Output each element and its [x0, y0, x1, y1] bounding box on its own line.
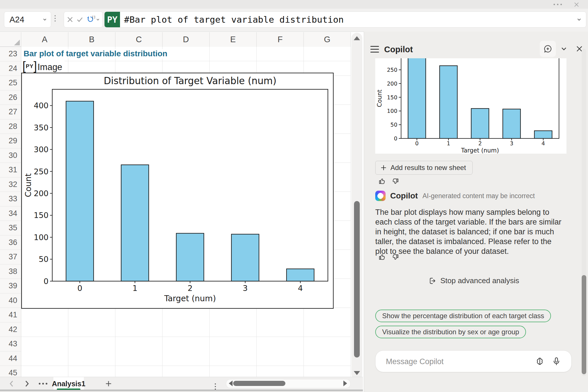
scroll-left-icon[interactable] — [229, 381, 233, 386]
svg-text:250: 250 — [387, 67, 397, 73]
copilot-mini-chart: 05010015020025030001234Target (num)Count — [375, 58, 566, 154]
cell-a24-python-image: [PY]Image — [22, 60, 65, 72]
column-header[interactable]: B — [68, 32, 115, 47]
row-header[interactable]: 28 — [0, 119, 21, 134]
svg-text:Count: Count — [24, 173, 33, 197]
add-results-button[interactable]: Add results to new sheet — [375, 161, 473, 175]
select-all-corner[interactable] — [0, 32, 21, 47]
thumbs-up-icon[interactable] — [378, 177, 386, 186]
column-header[interactable]: C — [115, 32, 163, 47]
scroll-right-icon[interactable] — [343, 381, 347, 386]
row-header[interactable]: 43 — [0, 337, 21, 352]
copilot-result-chart-card: 05010015020025030001234Target (num)Count — [375, 58, 566, 154]
column-headers: ABCDEFG — [21, 32, 351, 47]
svg-text:0: 0 — [77, 284, 82, 293]
svg-text:Distribution of Target Variabl: Distribution of Target Variable (num) — [104, 75, 276, 86]
feedback-row-1 — [378, 177, 400, 186]
row-header[interactable]: 42 — [0, 323, 21, 337]
row-header[interactable]: 34 — [0, 206, 21, 221]
svg-text:400: 400 — [34, 101, 49, 110]
column-header[interactable]: F — [257, 32, 304, 47]
svg-text:50: 50 — [39, 255, 49, 264]
row-header[interactable]: 26 — [0, 90, 21, 105]
thumbs-up-icon[interactable] — [378, 253, 386, 261]
new-chat-icon[interactable] — [540, 41, 556, 57]
copilot-collapse-icon[interactable] — [559, 44, 569, 54]
all-sheets-icon[interactable] — [37, 377, 49, 390]
column-header[interactable]: A — [21, 32, 68, 47]
name-box[interactable]: A24 — [4, 11, 51, 28]
copilot-panel-title: Copilot — [384, 45, 413, 54]
svg-text:50: 50 — [390, 121, 397, 128]
prev-sheet-icon[interactable] — [7, 377, 16, 390]
formula-input[interactable]: PY #Bar plot of target variable distribu… — [104, 11, 586, 28]
row-header[interactable]: 23 — [0, 47, 21, 61]
svg-text:200: 200 — [387, 80, 397, 87]
row-header[interactable]: 31 — [0, 163, 21, 177]
confirm-entry-icon[interactable] — [76, 16, 84, 23]
column-header[interactable]: E — [210, 32, 257, 47]
svg-text:0: 0 — [415, 140, 419, 146]
plus-icon — [380, 164, 387, 171]
copilot-message-text: The bar plot displays how many samples b… — [375, 207, 565, 256]
formula-controls: [] — [64, 11, 103, 28]
copilot-message-input[interactable] — [385, 351, 527, 372]
row-header[interactable]: 38 — [0, 264, 21, 279]
scroll-down-icon[interactable] — [354, 371, 360, 375]
formula-bar-expand-icon[interactable] — [576, 17, 582, 22]
row-header[interactable]: 29 — [0, 134, 21, 148]
copilot-scrollbar-thumb[interactable] — [582, 275, 586, 374]
row-headers: 2324252627282930313233343536373839404142… — [0, 47, 21, 377]
name-box-chevron-icon[interactable] — [42, 17, 47, 22]
row-header[interactable]: 24 — [0, 61, 21, 76]
row-header[interactable]: 45 — [0, 366, 21, 377]
svg-text:4: 4 — [541, 140, 545, 146]
suggestion-pill-2[interactable]: Visualize the distribution by sex or age… — [375, 326, 526, 338]
row-header[interactable]: 25 — [0, 76, 21, 90]
row-header[interactable]: 27 — [0, 105, 21, 119]
row-header[interactable]: 36 — [0, 235, 21, 250]
main-chart[interactable]: 05010015020025030035040001234Target (num… — [21, 73, 334, 309]
stop-advanced-analysis-button[interactable]: Stop advanced analysis — [375, 276, 572, 285]
excel-window: A24 [] PY #Bar plot o — [0, 0, 588, 392]
horizontal-scrollbar-thumb[interactable] — [233, 381, 285, 386]
window-close-icon[interactable] — [573, 1, 580, 8]
row-header[interactable]: 39 — [0, 279, 21, 293]
svg-text:3: 3 — [243, 284, 247, 293]
row-header[interactable]: 44 — [0, 352, 21, 366]
name-box-cell-ref: A24 — [9, 15, 24, 24]
thumbs-down-icon[interactable] — [391, 177, 400, 186]
thumbs-down-icon[interactable] — [391, 253, 400, 261]
row-header[interactable]: 30 — [0, 148, 21, 163]
svg-text:350: 350 — [34, 123, 49, 132]
suggestion-pill-1[interactable]: Show the percentage distribution of each… — [375, 310, 551, 322]
next-sheet-icon[interactable] — [22, 377, 32, 390]
svg-text:0: 0 — [44, 277, 49, 286]
svg-text:0: 0 — [394, 135, 397, 142]
row-header[interactable]: 41 — [0, 308, 21, 323]
svg-text:4: 4 — [298, 284, 303, 293]
py-tag: PY — [26, 63, 34, 69]
add-sheet-icon[interactable] — [103, 377, 114, 390]
copilot-reasoning-icon[interactable] — [535, 356, 545, 366]
grid-vertical-scrollbar-thumb[interactable] — [354, 201, 360, 358]
row-header[interactable]: 37 — [0, 250, 21, 264]
microphone-icon[interactable] — [551, 356, 562, 366]
row-header[interactable]: 32 — [0, 177, 21, 192]
python-insert-function-icon[interactable]: [] — [86, 15, 100, 24]
row-header[interactable]: 35 — [0, 221, 21, 235]
formula-bar-options-icon[interactable] — [55, 15, 56, 22]
row-header[interactable]: 33 — [0, 192, 21, 206]
cancel-entry-icon[interactable] — [66, 16, 74, 23]
copilot-menu-icon[interactable] — [370, 46, 379, 53]
row-header[interactable]: 40 — [0, 293, 21, 308]
window-more-icon[interactable] — [554, 4, 562, 5]
formula-bar: A24 [] PY #Bar plot o — [0, 9, 588, 32]
column-header[interactable]: D — [163, 32, 210, 47]
column-header[interactable]: G — [304, 32, 351, 47]
window-titlebar — [0, 0, 588, 9]
scroll-up-icon[interactable] — [354, 36, 360, 40]
svg-text:300: 300 — [387, 58, 397, 59]
ai-disclaimer: AI-generated content may be incorrect — [422, 192, 535, 200]
feedback-row-2 — [378, 253, 400, 261]
